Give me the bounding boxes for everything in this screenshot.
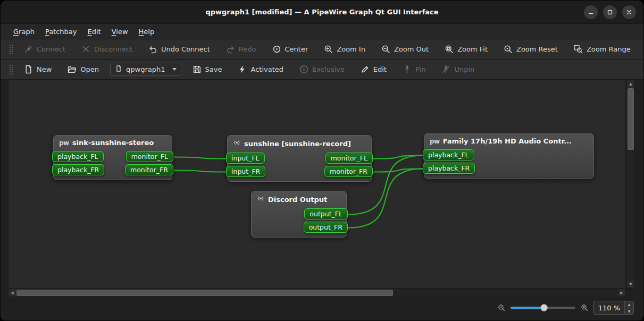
- connections-layer: [9, 80, 625, 288]
- connect-icon: [24, 45, 33, 54]
- zoom-slider-fill: [511, 307, 544, 309]
- pipewire-icon: pw: [59, 139, 69, 147]
- port-input-fl[interactable]: input_FL: [226, 153, 265, 164]
- scrollbar-corner: [626, 289, 635, 297]
- minimize-button[interactable]: [584, 5, 598, 19]
- hscroll-handle[interactable]: [16, 290, 393, 296]
- save-button[interactable]: Save: [188, 62, 227, 77]
- menu-patchbay[interactable]: Patchbay: [40, 24, 82, 39]
- node-title: sunshine [sunshine-record]: [232, 139, 367, 148]
- node-sink-sunshine-stereo[interactable]: pw sink-sunshine-stereo playback_FL moni…: [53, 135, 172, 180]
- node-title: Discord Output: [256, 195, 342, 204]
- new-button[interactable]: New: [19, 62, 56, 77]
- port-monitor-fr[interactable]: monitor_FR: [324, 166, 373, 177]
- save-icon: [193, 65, 202, 74]
- port-output-fr[interactable]: output_FR: [304, 222, 348, 233]
- horizontal-scrollbar[interactable]: ◀ ▶: [8, 289, 626, 297]
- port-output-fl[interactable]: output_FL: [304, 208, 348, 219]
- unpin-button[interactable]: Unpin: [437, 62, 479, 77]
- menu-edit[interactable]: Edit: [82, 24, 106, 39]
- pipewire-icon: pw: [430, 138, 440, 145]
- vscroll-track[interactable]: [627, 88, 634, 281]
- zoom-in-icon: [324, 45, 333, 54]
- center-icon: [272, 45, 281, 54]
- port-monitor-fl[interactable]: monitor_FL: [126, 151, 173, 162]
- zoom-range-button[interactable]: Zoom Range: [569, 42, 635, 56]
- lightning-icon: [238, 65, 247, 74]
- zoom-spin-down-button[interactable]: ▼: [625, 308, 633, 315]
- port-playback-fl[interactable]: playback_FL: [423, 149, 474, 160]
- zoom-value: 110 %: [594, 301, 624, 314]
- zoom-spinbox[interactable]: 110 % ▲ ▼: [593, 301, 634, 315]
- pin-icon: [403, 65, 412, 74]
- new-file-icon: [24, 65, 33, 74]
- port-playback-fl[interactable]: playback_FL: [52, 151, 104, 162]
- zoom-fit-button[interactable]: Zoom Fit: [440, 42, 492, 56]
- zoom-out-small-icon[interactable]: [498, 304, 505, 311]
- port-playback-fr[interactable]: playback_FR: [423, 163, 475, 174]
- scroll-left-button[interactable]: ◀: [9, 289, 16, 297]
- scroll-right-button[interactable]: ▶: [618, 289, 625, 297]
- minimize-icon: [588, 9, 594, 15]
- zoom-fit-icon: [445, 45, 454, 54]
- zoom-reset-icon: [504, 45, 513, 54]
- file-icon: [115, 65, 122, 74]
- statusbar: 110 % ▲ ▼: [1, 297, 643, 320]
- toolbar-grip[interactable]: [9, 64, 13, 75]
- menu-graph[interactable]: Graph: [8, 24, 40, 39]
- open-button[interactable]: Open: [63, 62, 104, 77]
- scroll-down-button[interactable]: ▼: [627, 281, 634, 288]
- redo-icon: [226, 45, 235, 54]
- node-discord-output[interactable]: Discord Output output_FL output_FR: [251, 191, 347, 238]
- disconnect-button[interactable]: Disconnect: [77, 42, 137, 56]
- port-monitor-fr[interactable]: monitor_FR: [125, 164, 173, 175]
- broadcast-icon: [257, 195, 265, 204]
- zoom-spin-up-button[interactable]: ▲: [625, 301, 633, 308]
- zoom-out-button[interactable]: Zoom Out: [377, 42, 433, 56]
- close-button[interactable]: [622, 5, 636, 19]
- exclusive-button[interactable]: Exclusive: [295, 62, 349, 77]
- exclusive-icon: [299, 65, 308, 74]
- undo-icon: [148, 45, 157, 54]
- zoom-in-button[interactable]: Zoom In: [319, 42, 370, 56]
- maximize-button[interactable]: [603, 5, 617, 19]
- node-family-hd-audio[interactable]: pw Family 17h/19h HD Audio Contr... play…: [424, 133, 594, 179]
- edit-button[interactable]: Edit: [356, 62, 391, 77]
- hscroll-track[interactable]: [16, 289, 618, 297]
- toolbar-main: Connect Disconnect Undo Connect Redo Cen…: [1, 39, 643, 60]
- zoom-range-icon: [574, 45, 583, 54]
- disconnect-icon: [81, 45, 90, 54]
- port-input-fr[interactable]: input_FR: [226, 166, 265, 177]
- toolbar-grip[interactable]: [9, 44, 13, 55]
- undo-connect-button[interactable]: Undo Connect: [144, 42, 215, 56]
- pin-button[interactable]: Pin: [398, 62, 430, 77]
- zoom-slider[interactable]: [511, 304, 575, 311]
- node-title: pw Family 17h/19h HD Audio Contr...: [429, 137, 589, 145]
- menu-help[interactable]: Help: [133, 24, 160, 39]
- connect-button[interactable]: Connect: [19, 42, 70, 56]
- center-button[interactable]: Center: [267, 42, 313, 56]
- redo-button[interactable]: Redo: [221, 42, 261, 56]
- port-playback-fr[interactable]: playback_FR: [52, 164, 104, 175]
- vertical-scrollbar[interactable]: ▲ ▼: [626, 80, 635, 289]
- titlebar[interactable]: qpwgraph1 [modified] — A PipeWire Graph …: [1, 1, 643, 24]
- app-window: qpwgraph1 [modified] — A PipeWire Graph …: [0, 0, 644, 321]
- vscroll-handle[interactable]: [628, 88, 634, 150]
- activated-button[interactable]: Activated: [233, 62, 288, 77]
- node-title: pw sink-sunshine-stereo: [58, 139, 168, 147]
- node-sunshine[interactable]: sunshine [sunshine-record] input_FL moni…: [227, 135, 372, 182]
- broadcast-icon: [233, 139, 241, 148]
- port-monitor-fl[interactable]: monitor_FL: [325, 153, 373, 164]
- zoom-slider-handle[interactable]: [540, 304, 548, 311]
- toolbar-patchbay: New Open qpwgraph1 Save Activated Exclus…: [1, 60, 643, 80]
- zoom-out-icon: [381, 45, 390, 54]
- zoom-reset-button[interactable]: Zoom Reset: [499, 42, 563, 56]
- maximize-icon: [607, 9, 613, 15]
- menubar: Graph Patchbay Edit View Help: [1, 24, 643, 39]
- profile-value: qpwgraph1: [126, 65, 165, 73]
- menu-view[interactable]: View: [106, 24, 133, 39]
- scroll-up-button[interactable]: ▲: [627, 80, 634, 88]
- patchbay-profile-combobox[interactable]: qpwgraph1: [110, 63, 181, 76]
- zoom-in-small-icon[interactable]: [581, 304, 588, 311]
- graph-canvas[interactable]: pw sink-sunshine-stereo playback_FL moni…: [8, 80, 626, 289]
